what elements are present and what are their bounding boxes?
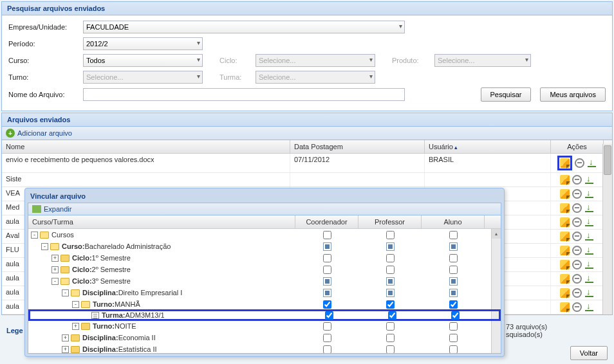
checkbox[interactable] xyxy=(386,300,395,309)
checkbox[interactable] xyxy=(323,254,331,262)
download-icon[interactable] xyxy=(584,175,594,185)
checkbox[interactable] xyxy=(449,254,458,262)
col-usuario[interactable]: Usuário xyxy=(425,140,551,153)
remove-icon[interactable] xyxy=(575,158,584,168)
checkbox[interactable] xyxy=(386,254,395,262)
expand-icon[interactable]: + xyxy=(72,323,79,330)
expand-icon[interactable]: + xyxy=(62,334,69,341)
remove-icon[interactable] xyxy=(572,246,582,255)
tcol-aluno[interactable]: Aluno xyxy=(422,215,485,228)
remove-icon[interactable] xyxy=(572,189,582,199)
download-icon[interactable] xyxy=(584,260,594,269)
checkbox[interactable] xyxy=(386,266,395,274)
download-icon[interactable] xyxy=(584,274,594,284)
download-icon[interactable] xyxy=(584,288,594,298)
checkbox[interactable] xyxy=(386,334,395,342)
checkbox[interactable] xyxy=(386,289,395,297)
remove-icon[interactable] xyxy=(572,302,582,312)
remove-icon[interactable] xyxy=(572,260,582,269)
checkbox[interactable] xyxy=(386,277,395,286)
checkbox[interactable] xyxy=(386,322,395,331)
pesquisar-button[interactable]: Pesquisar xyxy=(481,87,532,102)
edit-icon[interactable] xyxy=(560,288,570,298)
checkbox[interactable] xyxy=(386,231,395,239)
download-icon[interactable] xyxy=(584,302,594,312)
expand-link[interactable]: Expandir xyxy=(44,205,71,213)
edit-icon[interactable] xyxy=(560,274,570,284)
empresa-select[interactable] xyxy=(83,21,405,33)
download-icon[interactable] xyxy=(584,203,594,213)
checkbox[interactable] xyxy=(323,231,331,239)
tree-row[interactable]: +Ciclo:1º Semestre xyxy=(28,252,501,264)
download-icon[interactable] xyxy=(587,158,597,168)
tree-row[interactable]: -Turno:MANHÃ xyxy=(28,298,501,310)
checkbox[interactable] xyxy=(449,277,458,286)
edit-icon[interactable] xyxy=(560,189,570,199)
table-row[interactable]: Siste xyxy=(2,173,612,187)
expand-icon[interactable] xyxy=(32,205,41,213)
edit-icon[interactable] xyxy=(560,158,570,168)
tree-row[interactable]: +Disciplina:Economia II xyxy=(28,332,501,343)
add-icon[interactable]: + xyxy=(6,129,15,138)
tcol-professor[interactable]: Professor xyxy=(358,215,422,228)
checkbox[interactable] xyxy=(449,300,458,309)
remove-icon[interactable] xyxy=(572,274,582,284)
col-data[interactable]: Data Postagem xyxy=(290,140,425,153)
periodo-select[interactable] xyxy=(83,37,203,50)
edit-icon[interactable] xyxy=(560,232,570,241)
checkbox[interactable] xyxy=(449,345,458,354)
remove-icon[interactable] xyxy=(572,232,582,241)
checkbox[interactable] xyxy=(323,300,331,309)
collapse-icon[interactable]: - xyxy=(31,232,38,239)
add-file-link[interactable]: Adicionar arquivo xyxy=(17,129,72,137)
checkbox[interactable] xyxy=(449,289,458,297)
edit-icon[interactable] xyxy=(560,260,570,269)
remove-icon[interactable] xyxy=(572,203,582,213)
download-icon[interactable] xyxy=(584,232,594,241)
collapse-icon[interactable]: - xyxy=(72,301,79,308)
tree-row[interactable]: -Disciplina:Direito Empresarial I xyxy=(28,287,501,298)
tcol-coordenador[interactable]: Coordenador xyxy=(295,215,358,228)
checkbox[interactable] xyxy=(325,311,333,320)
tree-row[interactable]: +Turno:NOITE xyxy=(28,320,501,332)
grid-scrollbar[interactable] xyxy=(602,144,612,314)
meus-arquivos-button[interactable]: Meus arquivos xyxy=(540,87,606,102)
tree-row[interactable]: +Ciclo:2º Semestre xyxy=(28,264,501,275)
voltar-button[interactable]: Voltar xyxy=(570,346,608,360)
expand-icon[interactable]: + xyxy=(51,266,59,273)
checkbox[interactable] xyxy=(386,345,395,354)
checkbox[interactable] xyxy=(323,345,331,354)
checkbox[interactable] xyxy=(323,242,331,251)
collapse-icon[interactable]: - xyxy=(62,289,69,296)
edit-icon[interactable] xyxy=(560,175,570,185)
col-nome[interactable]: Nome xyxy=(2,140,290,153)
download-icon[interactable] xyxy=(584,217,594,227)
tree-row[interactable]: -Ciclo:3º Semestre xyxy=(28,275,501,287)
edit-icon[interactable] xyxy=(560,203,570,213)
checkbox[interactable] xyxy=(388,311,396,320)
tree-row[interactable]: Turma:ADM3M13/1 xyxy=(28,309,501,321)
download-icon[interactable] xyxy=(584,189,594,199)
edit-icon[interactable] xyxy=(560,246,570,255)
checkbox[interactable] xyxy=(386,242,395,251)
tree-row[interactable]: -Curso:Bacharelado Administração xyxy=(28,241,501,252)
download-icon[interactable] xyxy=(584,246,594,255)
checkbox[interactable] xyxy=(449,322,458,331)
checkbox[interactable] xyxy=(323,322,331,331)
remove-icon[interactable] xyxy=(572,288,582,298)
tcol-curso-turma[interactable]: Curso/Turma xyxy=(28,215,295,228)
edit-icon[interactable] xyxy=(560,217,570,227)
checkbox[interactable] xyxy=(449,231,458,239)
collapse-icon[interactable]: - xyxy=(51,278,59,285)
remove-icon[interactable] xyxy=(572,217,582,227)
checkbox[interactable] xyxy=(323,334,331,342)
tree-scrollbar[interactable]: ▴ xyxy=(491,229,501,353)
tree-row[interactable]: +Disciplina:Estatística II xyxy=(28,343,501,353)
checkbox[interactable] xyxy=(449,334,458,342)
checkbox[interactable] xyxy=(323,277,331,286)
checkbox[interactable] xyxy=(323,266,331,274)
checkbox[interactable] xyxy=(449,266,458,274)
curso-select[interactable] xyxy=(83,54,203,67)
nome-arquivo-input[interactable] xyxy=(83,88,405,101)
checkbox[interactable] xyxy=(323,289,331,297)
